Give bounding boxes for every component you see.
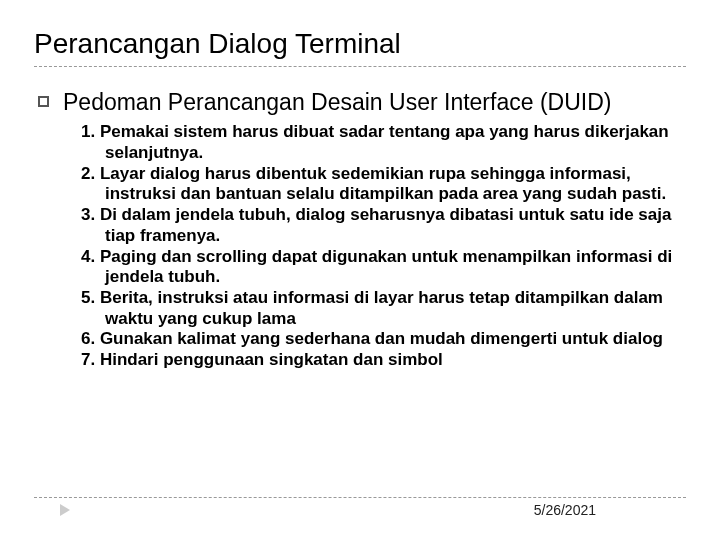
numbered-list: 1. Pemakai sistem harus dibuat sadar ten… (65, 122, 686, 371)
content-block: Pedoman Perancangan Desain User Interfac… (34, 89, 686, 371)
footer-date: 5/26/2021 (534, 502, 596, 518)
body: Pedoman Perancangan Desain User Interfac… (63, 89, 686, 371)
list-item: 4. Paging dan scrolling dapat digunakan … (65, 247, 686, 288)
list-item: 1. Pemakai sistem harus dibuat sadar ten… (65, 122, 686, 163)
list-item: 3. Di dalam jendela tubuh, dialog seharu… (65, 205, 686, 246)
list-item: 7. Hindari penggunaan singkatan dan simb… (65, 350, 686, 371)
square-bullet-icon (38, 96, 49, 107)
slide: Perancangan Dialog Terminal Pedoman Pera… (0, 0, 720, 371)
footer: 5/26/2021 (34, 497, 686, 518)
list-item: 5. Berita, instruksi atau informasi di l… (65, 288, 686, 329)
list-item: 2. Layar dialog harus dibentuk sedemikia… (65, 164, 686, 205)
triangle-icon (60, 504, 70, 516)
list-item: 6. Gunakan kalimat yang sederhana dan mu… (65, 329, 686, 350)
subtitle: Pedoman Perancangan Desain User Interfac… (63, 89, 686, 116)
slide-title: Perancangan Dialog Terminal (34, 28, 686, 67)
footer-row: 5/26/2021 (34, 498, 686, 518)
